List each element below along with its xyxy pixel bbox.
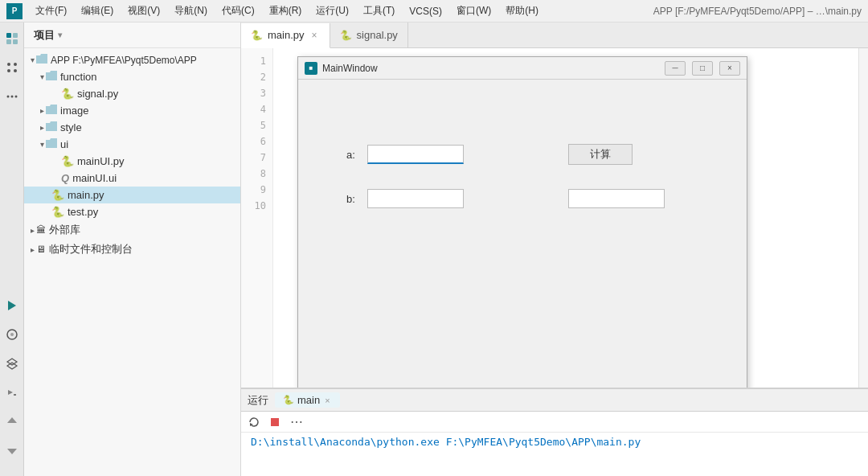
editor-content[interactable]: ■ MainWindow ─ □ × a: [273,48,858,388]
chevron-down-icon: ▾ [58,31,62,39]
tab-signal-py[interactable]: 🐍 signal.py [330,23,408,47]
tree-item-test-py[interactable]: 🐍 test.py [24,203,240,220]
python-file-icon: 🐍 [61,155,74,167]
input-a[interactable] [367,145,464,164]
sidebar-title: 项目 [34,28,55,43]
qt-titlebar: ■ MainWindow ─ □ × [298,57,747,80]
tree-item-label: mainUI.py [77,155,125,167]
run-label: 运行 [248,393,268,408]
folder-icon [46,105,57,117]
line-num: 6 [241,133,266,150]
tree-item-mainui-py[interactable]: 🐍 mainUI.py [24,153,240,170]
tree-item-app-root[interactable]: ▾ APP F:\PyMFEA\Pyqt5Demo\APP [24,51,240,68]
tree-item-signal-py[interactable]: 🐍 signal.py [24,85,240,102]
menu-help[interactable]: 帮助(H) [499,2,545,19]
python-icon: 🐍 [283,395,294,405]
svg-rect-3 [13,39,18,44]
folder-icon [46,138,57,150]
line-numbers: 1 2 3 4 5 6 7 8 9 10 [241,48,273,388]
tree-item-function[interactable]: ▾ function [24,68,240,85]
ui-file-icon: Q [61,172,69,184]
menu-navigate[interactable]: 导航(N) [168,2,214,19]
qt-close-button[interactable]: × [719,61,740,76]
menu-edit[interactable]: 编辑(E) [75,2,120,19]
folder-icon [36,54,47,66]
svg-marker-19 [7,449,17,454]
activity-project[interactable] [2,29,22,48]
svg-point-4 [7,63,10,66]
svg-point-10 [14,96,17,98]
terminal-command: D:\install\Anaconda\python.exe F:\PyMFEA… [251,436,641,448]
qt-maximize-button[interactable]: □ [692,61,713,76]
activity-up-arrow[interactable] [2,412,22,431]
tab-label: main.py [268,29,305,41]
tree-item-ui[interactable]: ▾ ui [24,136,240,153]
scrollbar-track[interactable] [858,48,868,388]
tree-item-label: 外部库 [49,223,80,237]
qt-window-controls: ─ □ × [665,61,740,76]
activity-package[interactable] [2,325,22,344]
expand-arrow-icon: ▸ [31,226,35,235]
bottom-tab-close-button[interactable]: × [323,396,331,405]
tree-item-mainui-ui[interactable]: Q mainUI.ui [24,170,240,187]
stop-button[interactable] [267,414,283,430]
python-icon: 🐍 [251,30,263,41]
svg-marker-18 [7,417,17,423]
terminal-output[interactable]: D:\install\Anaconda\python.exe F:\PyMFEA… [241,433,868,476]
svg-point-6 [7,69,10,72]
line-num: 2 [241,69,266,85]
svg-marker-11 [8,301,16,310]
tree-item-main-py[interactable]: 🐍 main.py [24,187,240,203]
menu-window[interactable]: 窗口(W) [450,2,497,19]
bottom-panel: 运行 🐍 main × ⋯ D:\install\Anaconda\python… [241,388,868,476]
file-tree: ▾ APP F:\PyMFEA\Pyqt5Demo\APP ▾ function… [24,48,240,476]
more-options-button[interactable]: ⋯ [288,414,304,430]
tree-item-temp-files[interactable]: ▸ 🖥 临时文件和控制台 [24,240,240,259]
activity-terminal[interactable] [2,383,22,402]
svg-rect-21 [271,418,279,426]
svg-point-9 [10,96,13,98]
svg-rect-1 [13,33,18,38]
menu-run[interactable]: 运行(U) [309,2,355,19]
svg-marker-14 [7,359,17,365]
menubar: P 文件(F) 编辑(E) 视图(V) 导航(N) 代码(C) 重构(R) 运行… [0,0,868,23]
tree-item-style[interactable]: ▸ style [24,119,240,136]
menu-refactor[interactable]: 重构(R) [263,2,309,19]
activity-more[interactable] [2,87,22,106]
tree-item-external-libs[interactable]: ▸ 🏛 外部库 [24,220,240,240]
menu-code[interactable]: 代码(C) [215,2,261,19]
activity-down-arrow[interactable] [2,441,22,460]
menu-file[interactable]: 文件(F) [29,2,73,19]
result-input[interactable] [568,189,665,208]
svg-point-7 [14,69,17,72]
rerun-button[interactable] [246,414,262,430]
tab-main-py[interactable]: 🐍 main.py × [241,23,330,48]
tree-item-label: main.py [68,189,104,201]
menu-view[interactable]: 视图(V) [121,2,166,19]
calc-button[interactable]: 计算 [568,144,633,165]
menu-vcs[interactable]: VCS(S) [403,4,448,18]
bottom-tab-main[interactable]: 🐍 main × [275,392,340,408]
svg-point-8 [6,96,9,98]
qt-window-body: a: 计算 b: [298,80,747,388]
qt-app-icon: ■ [305,62,317,75]
external-libs-icon: 🏛 [36,224,46,236]
label-b: b: [346,193,355,205]
tree-item-label: ui [60,138,68,150]
activity-layers[interactable] [2,354,22,373]
tree-item-image[interactable]: ▸ image [24,102,240,119]
tree-item-label: function [60,71,97,83]
line-num: 10 [241,198,266,214]
activity-run-debug[interactable] [2,296,22,315]
bottom-tab-bar: 运行 🐍 main × [241,389,868,412]
qt-minimize-button[interactable]: ─ [665,61,686,76]
tab-close-button[interactable]: × [309,29,320,42]
python-icon: 🐍 [340,30,352,41]
activity-grid[interactable] [2,58,22,77]
tree-item-label: signal.py [77,88,118,100]
input-b[interactable] [367,189,464,208]
tab-bar: 🐍 main.py × 🐍 signal.py [241,23,868,48]
tree-item-label: mainUI.ui [72,172,117,184]
menu-tools[interactable]: 工具(T) [357,2,401,19]
svg-rect-0 [6,33,11,38]
